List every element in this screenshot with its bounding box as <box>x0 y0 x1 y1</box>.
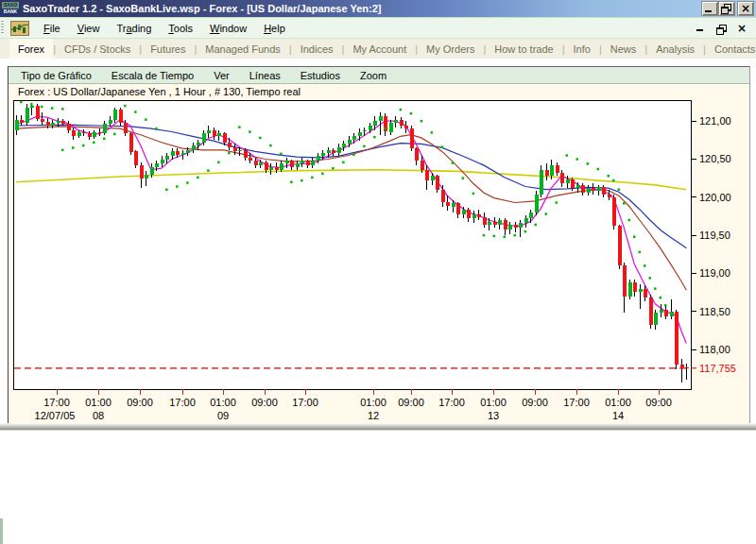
sar-dot <box>342 162 345 164</box>
time-tick-label: 17:00 <box>438 397 465 408</box>
candle-up <box>217 133 221 136</box>
candle-down <box>680 365 684 367</box>
candle-down <box>421 161 424 170</box>
candle-up <box>550 165 554 176</box>
sar-dot <box>421 120 423 123</box>
tab-futures[interactable]: Futures <box>142 39 194 59</box>
sar-dot <box>72 146 75 149</box>
sar-dot <box>93 142 95 144</box>
candle-up <box>566 179 570 184</box>
candle-down <box>244 150 248 158</box>
candle-up <box>352 136 356 139</box>
candle-up <box>192 145 196 150</box>
sar-dot <box>134 110 137 113</box>
candle-down <box>493 222 497 225</box>
candle-up <box>508 225 512 230</box>
candle-up <box>488 222 491 225</box>
tab-managed-funds[interactable]: Managed Funds <box>197 39 289 59</box>
tab-my-orders[interactable]: My Orders <box>418 39 483 59</box>
candle-down <box>98 132 102 134</box>
minimize-button[interactable] <box>701 1 718 16</box>
candle-down <box>608 195 611 197</box>
candle-up <box>259 162 263 165</box>
chartmenu-item-escala-de-tiempo[interactable]: Escala de Tiempo <box>112 70 194 81</box>
restore-button[interactable] <box>718 1 735 16</box>
toolbar-grip[interactable] <box>1 21 4 35</box>
sar-dot <box>441 145 444 148</box>
candle-up <box>342 144 346 146</box>
tab-analysis[interactable]: Analysis <box>647 39 703 59</box>
candle-down <box>265 162 268 170</box>
candle-down <box>415 148 419 161</box>
sar-dot <box>618 189 621 192</box>
sar-dot <box>472 193 475 196</box>
chartmenu-item-tipo-de-grafico[interactable]: Tipo de Gráfico <box>21 70 92 81</box>
time-tick-label: 01:00 <box>605 397 631 408</box>
menu-item-window[interactable]: Window <box>201 23 255 34</box>
candle-up <box>576 185 580 188</box>
candle-down <box>249 158 252 161</box>
candle-up <box>327 150 331 153</box>
chart-header: Forex : US Dollar/Japanese Yen , 1 Hour … <box>18 86 301 97</box>
date-label: 13 <box>488 410 499 421</box>
tab-my-account[interactable]: My Account <box>344 39 415 59</box>
mdi-close-button[interactable]: × <box>735 23 748 34</box>
candle-up <box>597 187 601 192</box>
candle-up <box>26 108 29 123</box>
candle-up <box>452 203 455 206</box>
tab-info[interactable]: Info <box>565 39 599 59</box>
tab-how-to-trade[interactable]: How to trade <box>486 39 561 59</box>
price-tick-label: 120,50 <box>699 153 731 164</box>
candle-down <box>571 179 575 189</box>
chartmenu-item-ver[interactable]: Ver <box>214 70 230 81</box>
candle-up <box>109 120 112 124</box>
sar-dot <box>269 144 272 147</box>
candle-up <box>165 156 169 159</box>
candle-down <box>556 165 559 173</box>
candle-up <box>670 312 674 316</box>
menu-item-help[interactable]: Help <box>255 23 294 34</box>
chart-window: Tipo de GráficoEscala de TiempoVerLíneas… <box>8 66 750 423</box>
tab-forex[interactable]: Forex <box>9 39 53 59</box>
candle-down <box>400 120 404 127</box>
chart-menu-bar: Tipo de GráficoEscala de TiempoVerLíneas… <box>9 66 749 84</box>
tab-cfds-stocks[interactable]: CFDs / Stocks <box>56 39 139 59</box>
candle-down <box>545 170 549 177</box>
time-tick-label: 01:00 <box>360 397 387 408</box>
chartmenu-item-lineas[interactable]: Líneas <box>249 70 281 81</box>
horizontal-splitter[interactable] <box>0 423 756 431</box>
menu-item-file[interactable]: File <box>35 23 69 34</box>
tab-news[interactable]: News <box>602 39 645 59</box>
mdi-minimize-button[interactable] <box>694 23 707 34</box>
sar-dot <box>556 201 558 204</box>
candle-down <box>633 282 637 292</box>
candle-down <box>664 310 668 316</box>
sar-dot <box>410 112 413 115</box>
candle-up <box>317 156 320 161</box>
tab-contacts-us[interactable]: Contacts us <box>706 39 756 59</box>
time-tick-label: 09:00 <box>522 397 548 408</box>
candle-up <box>77 132 81 136</box>
candle-down <box>213 130 216 137</box>
sar-dot <box>352 154 355 157</box>
chartmenu-item-zoom[interactable]: Zoom <box>360 70 387 81</box>
chart-toolbar-icon[interactable] <box>10 21 29 36</box>
price-tick-label: 120,00 <box>699 192 731 203</box>
close-button[interactable]: × <box>737 1 754 16</box>
menu-item-trading[interactable]: Trading <box>108 23 160 34</box>
candle-down <box>61 121 65 123</box>
candle-down <box>254 161 258 165</box>
title-bar: SAXO BANK SaxoTrader 1.2 - SaxoBankLive.… <box>0 0 756 17</box>
tab-indices[interactable]: Indices <box>292 39 342 59</box>
menu-item-tools[interactable]: Tools <box>160 23 201 34</box>
time-tick-label: 09:00 <box>251 397 278 408</box>
menu-item-view[interactable]: View <box>69 23 109 34</box>
sar-dot <box>535 224 538 227</box>
mdi-restore-button[interactable] <box>714 23 728 34</box>
candle-up <box>358 132 362 137</box>
restore-icon <box>719 2 734 15</box>
sar-dot <box>587 162 590 165</box>
date-label: 08 <box>93 410 104 421</box>
chartmenu-item-estudios[interactable]: Estudios <box>301 70 340 81</box>
candle-up <box>51 123 55 126</box>
